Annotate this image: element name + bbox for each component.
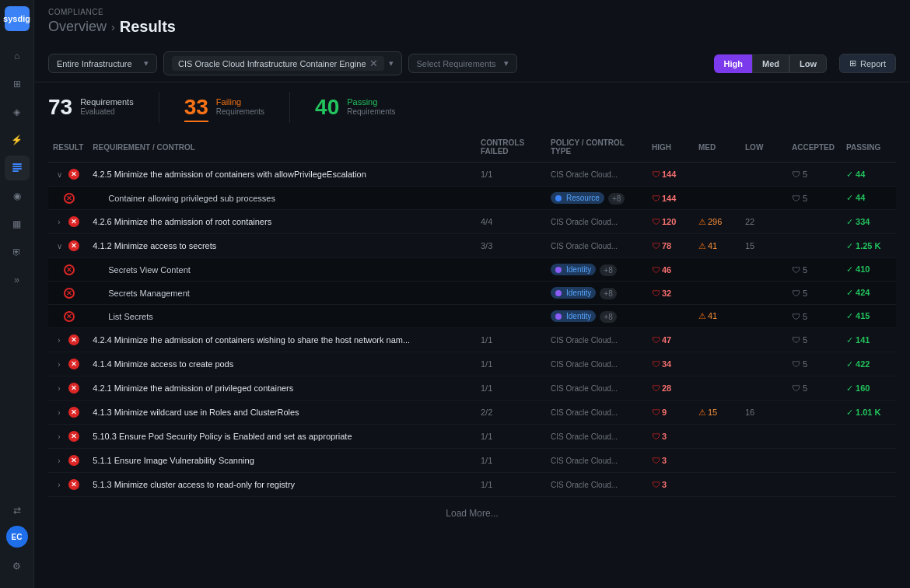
requirement-text: 4.2.5 Minimize the admission of containe…: [88, 163, 476, 187]
severity-filter-group: High Med Low: [714, 54, 827, 73]
expand-icon[interactable]: ›: [53, 382, 65, 394]
policy-type: CIS Oracle Cloud...: [546, 352, 647, 376]
passing-cell: ✓ 160: [842, 376, 896, 401]
controls-failed: 2/2: [476, 401, 546, 425]
chevron-down-icon: ▾: [504, 58, 509, 68]
row-result: ∨ ✕: [48, 234, 88, 257]
col-accepted: Accepted: [787, 132, 842, 163]
svg-rect-2: [12, 168, 22, 170]
col-passing: Passing: [842, 132, 896, 163]
row-result: › ✕: [48, 449, 88, 472]
policy-type-dot: [555, 313, 562, 320]
sub-policy-type: Identity +8: [546, 282, 647, 305]
sidebar-item-integrations[interactable]: ⇄: [5, 498, 30, 523]
controls-failed: 1/1: [476, 473, 546, 497]
policy-type: CIS Oracle Cloud...: [546, 234, 647, 258]
sub-policy-type: Resource +8: [546, 187, 647, 210]
passing-cell: ✓ 141: [842, 328, 896, 352]
passing-cell: ✓ 415: [842, 305, 896, 328]
policy-type: CIS Oracle Cloud...: [546, 425, 647, 449]
expand-icon[interactable]: ›: [53, 478, 65, 491]
requirement-text: 4.1.3 Minimize wildcard use in Roles and…: [88, 401, 476, 425]
policy-type-dot: [555, 290, 562, 296]
sidebar-item-home[interactable]: ⌂: [5, 44, 30, 68]
breadcrumb-parent[interactable]: Overview: [48, 19, 107, 35]
report-button[interactable]: ⊞ Report: [839, 54, 896, 73]
sidebar-item-security[interactable]: ⛨: [5, 240, 30, 264]
evaluated-label: Requirements: [80, 97, 133, 107]
passing-sub: Requirements: [347, 107, 395, 117]
sidebar-item-threats[interactable]: ⚡: [5, 128, 30, 152]
controls-failed: 1/1: [476, 352, 546, 376]
policy-type: CIS Oracle Cloud...: [546, 328, 647, 352]
expand-icon[interactable]: ∨: [53, 240, 65, 252]
col-low: Low: [740, 132, 787, 163]
close-icon[interactable]: ✕: [369, 58, 378, 68]
sidebar-item-compliance[interactable]: [5, 156, 30, 180]
filters-row: Entire Infrastructure ▾ CIS Oracle Cloud…: [34, 45, 910, 82]
severity-med-button[interactable]: Med: [752, 54, 789, 73]
accepted-cell: [787, 210, 842, 234]
policy-type-dot: [555, 267, 562, 273]
requirement-text: 4.1.2 Minimize access to secrets: [88, 234, 476, 258]
policy-filter[interactable]: CIS Oracle Cloud Infrastructure Containe…: [163, 51, 402, 75]
failing-count: 33: [184, 95, 208, 120]
expand-icon[interactable]: ›: [53, 454, 65, 467]
med-cell: [694, 258, 740, 282]
sidebar-item-reports[interactable]: ▦: [5, 212, 30, 236]
med-cell: ⚠15: [694, 401, 740, 425]
policy-type-dot: [555, 195, 562, 201]
table-row: ∨ ✕ 4.1.2 Minimize access to secrets 3/3…: [48, 234, 896, 258]
passing-cell: [842, 449, 896, 473]
accepted-cell: [787, 449, 842, 473]
table-row: › ✕ 4.1.4 Minimize access to create pods…: [48, 352, 896, 376]
avatar[interactable]: EC: [6, 526, 28, 548]
expand-icon[interactable]: ›: [53, 430, 65, 443]
app-logo[interactable]: sysdig: [5, 6, 30, 31]
failing-sub: Requirements: [216, 107, 264, 117]
infrastructure-filter[interactable]: Entire Infrastructure ▾: [48, 54, 157, 73]
sidebar-item-settings[interactable]: ⚙: [5, 554, 30, 579]
severity-high-button[interactable]: High: [714, 54, 752, 73]
svg-rect-0: [12, 163, 22, 165]
accepted-cell: 🛡 5: [787, 376, 842, 401]
expand-icon[interactable]: ∨: [53, 168, 65, 180]
error-icon: ✕: [68, 383, 79, 394]
sidebar-item-activity[interactable]: ◈: [5, 100, 30, 124]
passing-cell: [842, 473, 896, 497]
sidebar-item-expand[interactable]: »: [5, 268, 30, 292]
load-more-button[interactable]: Load More...: [48, 497, 896, 530]
severity-low-button[interactable]: Low: [789, 54, 827, 73]
expand-icon[interactable]: ›: [53, 406, 65, 418]
sidebar-item-identity[interactable]: ◉: [5, 184, 30, 208]
sidebar-item-inventory[interactable]: ⊞: [5, 72, 30, 96]
expand-icon[interactable]: ›: [53, 215, 65, 228]
low-cell: [740, 187, 787, 210]
accepted-cell: 🛡 5: [787, 282, 842, 305]
breadcrumb-separator: ›: [111, 21, 115, 33]
passing-cell: ✓ 422: [842, 352, 896, 376]
accepted-cell: [787, 234, 842, 258]
high-cell: 🛡9: [647, 401, 694, 425]
policy-type: CIS Oracle Cloud...: [546, 473, 647, 497]
med-cell: [694, 187, 740, 210]
report-icon: ⊞: [849, 58, 856, 68]
requirements-filter[interactable]: Select Requirements ▾: [408, 54, 517, 73]
low-cell: [740, 328, 787, 352]
expand-icon[interactable]: ›: [53, 334, 65, 346]
policy-type: CIS Oracle Cloud...: [546, 210, 647, 234]
low-cell: [740, 449, 787, 473]
expand-icon[interactable]: ›: [53, 358, 65, 370]
sub-result: ✕: [48, 305, 88, 328]
med-cell: [694, 449, 740, 473]
sub-requirement-text: Container allowing privileged sub proces…: [88, 187, 476, 210]
error-icon: ✕: [68, 479, 79, 490]
passing-cell: ✓ 44: [842, 163, 896, 187]
table-row: › ✕ 4.2.1 Minimize the admission of priv…: [48, 376, 896, 401]
low-cell: 15: [740, 234, 787, 258]
controls-failed: 1/1: [476, 449, 546, 473]
accepted-cell: 🛡 5: [787, 163, 842, 187]
stat-failing: 33 Failing Requirements: [184, 95, 264, 120]
table-sub-row: ✕ Container allowing privileged sub proc…: [48, 187, 896, 210]
med-cell: ⚠41: [694, 234, 740, 258]
